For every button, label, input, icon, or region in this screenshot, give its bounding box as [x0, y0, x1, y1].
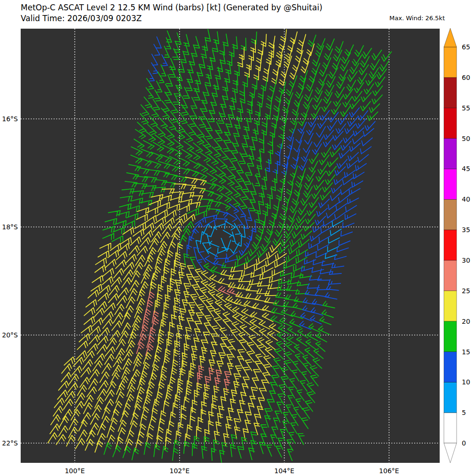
colorbar-over-arrow: [444, 28, 457, 47]
colorbar-tick-label: 20: [462, 318, 470, 325]
colorbar-band: [444, 413, 457, 443]
lon-tick-label: 106°E: [379, 467, 399, 475]
colorbar-band: [444, 351, 457, 382]
colorbar-tick-label: 5: [462, 409, 466, 416]
colorbar-tick-label: 65: [462, 43, 470, 51]
lon-tick-label: 104°E: [274, 467, 294, 475]
colorbar-band: [444, 108, 457, 139]
colorbar-band: [444, 260, 457, 291]
colorbar: [444, 28, 457, 463]
colorbar-band: [444, 382, 457, 413]
colorbar-tick-label: 0: [462, 439, 466, 447]
colorbar-tick-label: 50: [462, 135, 470, 142]
colorbar-tick-label: 15: [462, 348, 470, 356]
colorbar-tick-label: 40: [462, 195, 470, 203]
colorbar-band: [444, 47, 457, 78]
lat-tick-label: 22°S: [2, 439, 18, 447]
colorbar-band: [444, 139, 457, 169]
figure-title: MetOp-C ASCAT Level 2 12.5 KM Wind (barb…: [21, 2, 323, 13]
figure-subtitle: Valid Time: 2026/03/09 0203Z: [21, 13, 323, 24]
lon-tick-label: 102°E: [170, 467, 190, 475]
lat-tick-label: 16°S: [2, 115, 18, 123]
colorbar-tick-label: 30: [462, 257, 470, 264]
colorbar-band: [444, 230, 457, 260]
title-block: MetOp-C ASCAT Level 2 12.5 KM Wind (barb…: [21, 2, 323, 24]
colorbar-tick-label: 35: [462, 226, 470, 234]
colorbar-band: [444, 169, 457, 199]
colorbar-band: [444, 291, 457, 321]
lat-tick-label: 20°S: [2, 331, 18, 339]
lat-tick-label: 18°S: [2, 223, 18, 231]
colorbar-band: [444, 199, 457, 230]
figure: MetOp-C ASCAT Level 2 12.5 KM Wind (barb…: [0, 0, 474, 476]
wind-barb-map: 100°E102°E104°E106°E16°S18°S20°S22°S0510…: [0, 0, 474, 476]
colorbar-tick-label: 10: [462, 378, 470, 386]
colorbar-under-arrow: [444, 443, 457, 463]
colorbar-band: [444, 78, 457, 108]
max-wind-label: Max. Wind: 26.5kt: [389, 15, 445, 22]
colorbar-band: [444, 321, 457, 352]
colorbar-tick-label: 25: [462, 287, 470, 295]
colorbar-tick-label: 45: [462, 165, 470, 172]
colorbar-tick-label: 60: [462, 74, 470, 81]
lon-tick-label: 100°E: [65, 467, 85, 475]
colorbar-tick-label: 55: [462, 104, 470, 112]
